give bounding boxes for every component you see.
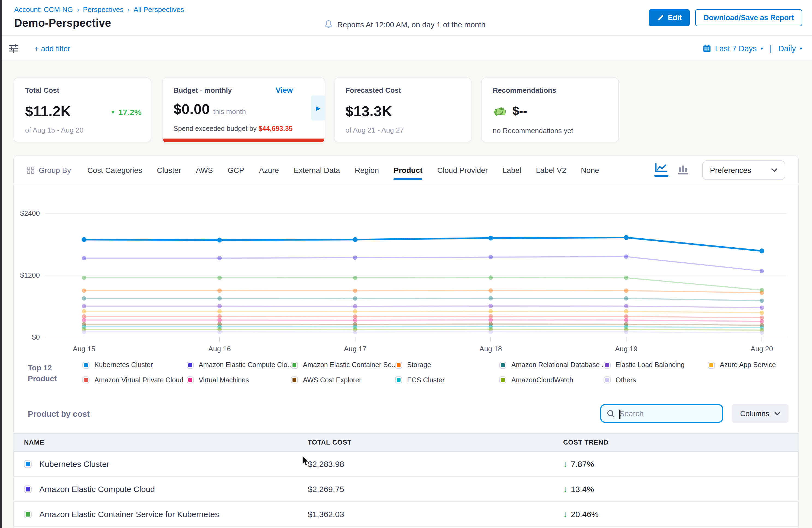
- series-line-azure-app-service[interactable]: [84, 311, 762, 313]
- series-point[interactable]: [82, 318, 86, 322]
- series-line-amazon-virtual-private-cloud[interactable]: [84, 317, 762, 318]
- series-point[interactable]: [217, 237, 222, 243]
- date-range-dropdown[interactable]: Last 7 Days ▾: [703, 44, 763, 53]
- series-point[interactable]: [353, 237, 358, 242]
- series-point[interactable]: [489, 288, 493, 293]
- series-point[interactable]: [353, 318, 358, 322]
- groupby-tab-azure[interactable]: Azure: [259, 165, 279, 174]
- series-point[interactable]: [217, 309, 222, 313]
- series-point[interactable]: [82, 296, 86, 300]
- series-point[interactable]: [759, 269, 764, 273]
- groupby-tab-cost-categories[interactable]: Cost Categories: [87, 165, 142, 174]
- legend-item[interactable]: Amazon Virtual Private Cloud: [83, 376, 187, 384]
- series-point[interactable]: [82, 237, 87, 242]
- series-point[interactable]: [82, 309, 86, 313]
- series-point[interactable]: [759, 331, 764, 335]
- series-point[interactable]: [624, 296, 628, 300]
- legend-item[interactable]: Amazon Elastic Container Se...: [291, 361, 395, 369]
- series-point[interactable]: [353, 309, 358, 314]
- series-point[interactable]: [82, 289, 86, 293]
- series-point[interactable]: [217, 276, 222, 280]
- legend-item[interactable]: Virtual Machines: [187, 376, 291, 384]
- series-point[interactable]: [489, 304, 493, 308]
- groupby-tab-cluster[interactable]: Cluster: [157, 165, 181, 174]
- series-point[interactable]: [82, 304, 86, 308]
- line-chart-icon[interactable]: [654, 163, 668, 177]
- breadcrumb-all-perspectives-link[interactable]: All Perspectives: [134, 5, 184, 14]
- series-point[interactable]: [353, 304, 358, 308]
- series-point[interactable]: [624, 318, 628, 322]
- groupby-tab-aws[interactable]: AWS: [196, 165, 213, 174]
- breadcrumb-perspectives-link[interactable]: Perspectives: [83, 5, 124, 14]
- series-point[interactable]: [759, 299, 764, 303]
- series-line-aws-cost-explorer[interactable]: [84, 324, 762, 325]
- groupby-tab-none[interactable]: None: [581, 165, 599, 174]
- groupby-tab-product[interactable]: Product: [394, 165, 423, 174]
- series-point[interactable]: [624, 254, 628, 259]
- granularity-dropdown[interactable]: Daily ▾: [778, 44, 802, 53]
- legend-item[interactable]: AmazonCloudWatch: [499, 376, 604, 384]
- groupby-tab-external-data[interactable]: External Data: [294, 165, 340, 174]
- series-point[interactable]: [489, 255, 493, 259]
- column-header-cost-trend[interactable]: COST TREND: [563, 439, 798, 446]
- legend-item[interactable]: Azure App Service: [708, 361, 812, 369]
- add-filter-button[interactable]: + add filter: [34, 44, 70, 53]
- series-point[interactable]: [624, 276, 628, 280]
- series-point[interactable]: [217, 318, 222, 322]
- legend-item[interactable]: Amazon Relational Database ...: [499, 361, 604, 369]
- series-point[interactable]: [489, 296, 493, 300]
- series-point[interactable]: [624, 235, 629, 240]
- series-point[interactable]: [624, 289, 628, 293]
- series-point[interactable]: [489, 276, 493, 280]
- series-point[interactable]: [82, 276, 86, 280]
- legend-item[interactable]: ECS Cluster: [395, 376, 499, 384]
- breadcrumb-account-link[interactable]: Account: CCM-NG: [14, 5, 73, 14]
- budget-view-link[interactable]: View: [276, 86, 293, 94]
- legend-item[interactable]: Elastic Load Balancing: [604, 361, 708, 369]
- groupby-tab-gcp[interactable]: GCP: [228, 165, 245, 174]
- series-line-storage[interactable]: [84, 291, 762, 293]
- preferences-dropdown[interactable]: Preferences: [702, 160, 785, 180]
- series-point[interactable]: [489, 318, 493, 322]
- series-line-elastic-load-balancing[interactable]: [84, 306, 762, 308]
- series-point[interactable]: [217, 289, 222, 293]
- series-point[interactable]: [353, 255, 358, 260]
- series-point[interactable]: [759, 319, 764, 323]
- series-line-amazoncloudwatch[interactable]: [84, 329, 762, 330]
- series-point[interactable]: [489, 330, 493, 334]
- series-point[interactable]: [759, 306, 764, 310]
- series-point[interactable]: [624, 309, 628, 313]
- series-point[interactable]: [353, 330, 358, 334]
- series-point[interactable]: [759, 311, 764, 315]
- series-line-virtual-machines[interactable]: [84, 320, 762, 321]
- bar-chart-icon[interactable]: [677, 165, 689, 175]
- series-point[interactable]: [624, 330, 628, 334]
- column-header-name[interactable]: NAME: [24, 439, 308, 446]
- column-header-total-cost[interactable]: TOTAL COST: [308, 439, 563, 446]
- table-row[interactable]: Amazon Elastic Container Service for Kub…: [14, 502, 798, 527]
- series-line-amazon-relational-database-service[interactable]: [84, 298, 762, 301]
- series-point[interactable]: [488, 236, 493, 240]
- legend-item[interactable]: Others: [604, 376, 708, 384]
- groupby-tab-region[interactable]: Region: [355, 165, 379, 174]
- series-line-kubernetes-cluster[interactable]: [84, 237, 762, 251]
- series-line-ecs-cluster[interactable]: [84, 327, 762, 327]
- series-point[interactable]: [82, 330, 86, 334]
- edit-button[interactable]: Edit: [649, 9, 690, 26]
- series-point[interactable]: [759, 248, 764, 253]
- series-point[interactable]: [759, 291, 764, 295]
- table-row[interactable]: Kubernetes Cluster$2,283.98↓7.87%: [14, 452, 798, 477]
- series-point[interactable]: [353, 276, 358, 280]
- series-point[interactable]: [489, 309, 493, 313]
- budget-next-arrow-button[interactable]: ▶: [311, 96, 325, 120]
- series-line-amazon-elastic-container-service-for-kubernetes[interactable]: [84, 278, 762, 290]
- series-point[interactable]: [353, 296, 358, 301]
- legend-item[interactable]: Storage: [395, 361, 499, 369]
- series-line-amazon-elastic-compute-cloud[interactable]: [84, 256, 762, 271]
- series-point[interactable]: [353, 289, 358, 293]
- table-row[interactable]: Amazon Elastic Compute Cloud$2,269.75↓13…: [14, 477, 798, 502]
- groupby-tab-label[interactable]: Label: [503, 165, 521, 174]
- cost-line-chart[interactable]: $0$1200$2400Aug 15Aug 16Aug 17Aug 18Aug …: [14, 204, 799, 368]
- series-point[interactable]: [217, 296, 222, 300]
- search-input[interactable]: [619, 409, 716, 418]
